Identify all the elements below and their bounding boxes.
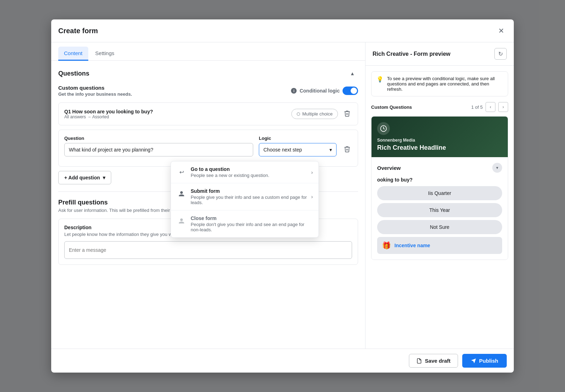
question-1-label: Q1 How soon are you looking to buy?	[64, 109, 287, 114]
toggle-slider	[343, 87, 358, 95]
overview-toggle-button[interactable]: ▾	[492, 163, 502, 173]
tab-settings[interactable]: Settings	[90, 47, 120, 61]
tab-content[interactable]: Content	[58, 47, 88, 61]
brand-headline: Rich Creative Headline	[377, 144, 502, 152]
description-input[interactable]	[64, 241, 352, 259]
next-page-button[interactable]: ›	[498, 102, 508, 112]
preview-pages-count: 1 of 5	[471, 105, 483, 110]
question-1-row: Q1 How soon are you looking to buy? All …	[64, 108, 352, 119]
submit-form-icon	[177, 189, 186, 199]
incentive-row: 🎁 Incentive name	[377, 237, 502, 254]
questions-section-header: Questions ▲	[58, 68, 358, 79]
conditional-logic-toggle[interactable]	[343, 87, 358, 95]
question-1-id: Q1	[64, 109, 71, 114]
publish-button[interactable]: Publish	[462, 354, 507, 368]
prev-page-button[interactable]: ‹	[486, 102, 495, 112]
question-2-input[interactable]	[64, 143, 253, 156]
choice-option-3[interactable]: Not Sure	[377, 220, 502, 234]
choice-option-2-label: This Year	[429, 207, 450, 213]
question-col-label: Question	[64, 136, 253, 141]
preview-nav-pages: 1 of 5 ‹ ›	[471, 102, 508, 112]
question-preview-text: ooking to buy?	[377, 177, 412, 183]
preview-header: Rich Creative - Form preview ↻	[365, 42, 514, 66]
incentive-icon: 🎁	[382, 241, 391, 250]
overview-label: Overview	[377, 165, 401, 171]
close-form-icon	[177, 216, 186, 226]
info-icon: i	[291, 88, 297, 94]
modal-overlay: Create form ✕ Content Settings	[0, 0, 565, 392]
save-draft-icon	[416, 358, 422, 364]
question-2-card: Question Logic Choose next step ▾	[58, 130, 358, 167]
form-banner: Sonnenberg Media Rich Creative Headline	[371, 117, 508, 157]
overview-row: Overview ▾	[377, 163, 502, 173]
close-button[interactable]: ✕	[495, 25, 507, 36]
collapse-button[interactable]: ▲	[347, 68, 358, 79]
publish-label: Publish	[479, 358, 498, 364]
custom-questions-label: Custom questions	[58, 85, 132, 91]
delete-question-2-button[interactable]	[342, 144, 352, 155]
close-icon: ✕	[498, 26, 504, 35]
preview-nav: Custom Questions 1 of 5 ‹ ›	[371, 102, 508, 112]
modal-header: Create form ✕	[51, 19, 514, 42]
question-1-sub: All answers → Assorted	[64, 114, 287, 119]
multiple-choice-button[interactable]: Multiple choice	[291, 109, 338, 119]
tip-bulb-icon: 💡	[376, 76, 383, 92]
right-panel: Rich Creative - Form preview ↻ 💡 To see …	[365, 42, 514, 349]
incentive-label: Incentive name	[394, 243, 430, 248]
logic-col-label: Logic	[259, 136, 337, 141]
save-draft-button[interactable]: Save draft	[409, 354, 458, 368]
logic-select[interactable]: Choose next step ▾	[259, 143, 337, 156]
radio-dot-icon	[297, 112, 300, 116]
conditional-logic-toggle-row: i Conditional logic	[291, 87, 358, 95]
choice-option-1[interactable]: Iis Quarter	[377, 186, 502, 200]
go-to-question-title: Go to a question	[191, 166, 307, 172]
choice-option-3-label: Not Sure	[430, 224, 449, 230]
multiple-choice-label: Multiple choice	[302, 111, 333, 117]
questions-title: Questions	[58, 70, 89, 77]
dropdown-item-submit-form[interactable]: Submit form People give you their info a…	[171, 183, 319, 210]
question-preview-title: ooking to buy?	[377, 177, 502, 183]
go-to-question-icon: ↩	[177, 167, 186, 177]
refresh-button[interactable]: ↻	[494, 48, 507, 60]
preview-title: Rich Creative - Form preview	[373, 51, 451, 57]
preview-nav-label: Custom Questions	[371, 105, 412, 110]
custom-questions-header: Custom questions Get the info your busin…	[58, 85, 358, 97]
panel-content: Questions ▲ Custom questions Get the inf…	[51, 61, 365, 349]
custom-questions-title-row: Custom questions Get the info your busin…	[58, 85, 358, 97]
choice-option-2[interactable]: This Year	[377, 203, 502, 217]
modal-footer: Save draft Publish	[51, 349, 514, 373]
go-to-question-arrow: ›	[311, 170, 313, 175]
dropdown-item-go-to-question[interactable]: ↩ Go to a question People see a new or e…	[171, 161, 319, 183]
modal-body: Content Settings Questions ▲	[51, 42, 514, 349]
left-panel: Content Settings Questions ▲	[51, 42, 365, 349]
logic-dropdown-menu: ↩ Go to a question People see a new or e…	[171, 161, 319, 238]
delete-question-1-button[interactable]	[342, 108, 352, 119]
dropdown-item-close-form[interactable]: Close form People don't give you their i…	[171, 210, 319, 237]
tip-text: To see a preview with conditional logic,…	[387, 76, 503, 92]
question-1-text: How soon are you looking to buy?	[72, 109, 153, 114]
submit-form-title: Submit form	[191, 188, 307, 194]
publish-icon	[471, 358, 476, 364]
close-form-desc: People don't give you their info and see…	[191, 222, 313, 232]
tip-box: 💡 To see a preview with conditional logi…	[371, 71, 508, 96]
save-draft-label: Save draft	[425, 358, 451, 364]
choice-option-1-label: Iis Quarter	[428, 190, 451, 196]
add-question-label: + Add question	[64, 175, 100, 180]
brand-name: Sonnenberg Media	[377, 138, 502, 143]
form-preview-card: Sonnenberg Media Rich Creative Headline …	[371, 116, 508, 260]
preview-body: 💡 To see a preview with conditional logi…	[365, 66, 514, 349]
refresh-icon: ↻	[498, 51, 503, 57]
conditional-logic-label: Conditional logic	[299, 88, 340, 94]
modal-title: Create form	[58, 27, 98, 35]
chevron-down-icon: ▾	[329, 147, 332, 153]
tabs-bar: Content Settings	[51, 42, 365, 61]
modal: Create form ✕ Content Settings	[51, 19, 514, 373]
add-question-button[interactable]: + Add question ▾	[58, 171, 111, 184]
go-to-question-desc: People see a new or existing question.	[191, 173, 307, 178]
logic-select-label: Choose next step	[263, 147, 302, 153]
submit-form-arrow: ›	[311, 194, 313, 200]
submit-form-desc: People give you their info and see a cus…	[191, 195, 307, 205]
add-question-chevron-icon: ▾	[103, 175, 105, 180]
close-form-title: Close form	[191, 215, 313, 221]
question-1-card: Q1 How soon are you looking to buy? All …	[58, 102, 358, 125]
